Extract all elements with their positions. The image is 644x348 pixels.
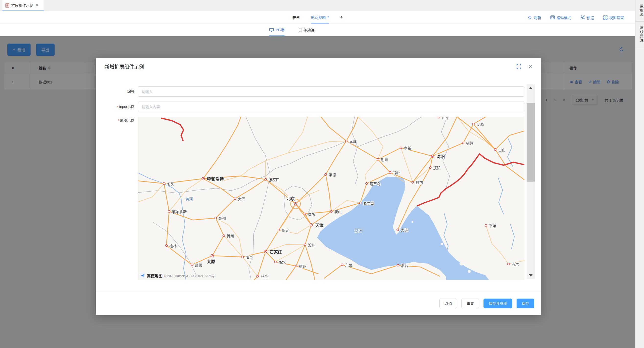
map-city-marker <box>438 117 440 118</box>
map-city-marker <box>278 229 280 231</box>
required-mark: * <box>117 105 118 109</box>
map-city-label: 大同 <box>238 197 245 201</box>
map-city-marker <box>325 174 327 175</box>
map-city-marker <box>304 244 306 246</box>
tab-title: 扩展组件示例 <box>11 3 33 8</box>
map-city-label: 铁岭 <box>466 141 474 145</box>
required-mark: * <box>118 118 119 123</box>
map-city-marker <box>163 182 165 184</box>
close-dialog-button[interactable]: × <box>528 63 532 70</box>
map-city-marker <box>494 149 496 151</box>
refresh-action[interactable]: 刷新 <box>528 15 541 20</box>
map-city-label: 榆林 <box>169 244 177 248</box>
view-settings-action[interactable]: 视图设置 <box>603 15 624 20</box>
chevron-down-icon: ▾ <box>328 15 329 19</box>
expand-icon <box>516 64 521 69</box>
map-city-label: 平壤 <box>489 224 496 228</box>
map-city-marker <box>234 198 236 200</box>
map-city-label: 忻州 <box>227 234 234 238</box>
map-copyright: © 2023 AutoNavi - GS(2021)6375号 <box>164 273 215 278</box>
map-city-label: 阳泉 <box>246 255 253 259</box>
app-window: 扩展组件示例 × 表单 默认视图 ▾ + 刷新 <box>0 0 644 348</box>
map-city-label: 大连 <box>401 228 408 232</box>
tab-default-view[interactable]: 默认视图 ▾ <box>311 11 329 23</box>
map-city-label: 辽源 <box>476 122 484 127</box>
map-city-label: 廊坊 <box>308 212 315 216</box>
map-city-label: 石家庄 <box>269 250 282 255</box>
form-row-input-demo: *input示例 <box>105 102 524 112</box>
map-city-label: 保定 <box>282 228 289 232</box>
scrollbar-thumb[interactable] <box>526 103 535 181</box>
map-island <box>468 270 471 273</box>
dialog-body: 编号 *input示例 *地图示例 包头呼和浩特张家口赤峰四平辽源铁岭白山阜新沈… <box>96 75 541 280</box>
map-city-label: 葫芦岛 <box>370 182 380 186</box>
map-city-label: 朝阳 <box>381 158 388 162</box>
tab-extension-component-demo[interactable]: 扩展组件示例 × <box>2 0 44 11</box>
map-city-label: 秦皇岛 <box>363 201 374 205</box>
map-city-marker <box>400 147 402 149</box>
triangle-down-icon <box>529 274 533 277</box>
reset-button[interactable]: 重置 <box>462 299 479 308</box>
scroll-down-button[interactable] <box>526 272 535 279</box>
right-rail: 数据源 离线资源 <box>635 0 644 348</box>
add-view-tab-button[interactable]: + <box>340 11 343 23</box>
map-city-label: 太原 <box>207 259 215 264</box>
tab-form[interactable]: 表单 <box>292 11 300 23</box>
map-island <box>460 262 464 266</box>
monitor-icon <box>269 28 274 31</box>
map-city-marker-dot <box>203 178 204 179</box>
map-road-minor <box>266 161 266 179</box>
map-city-marker <box>377 158 379 160</box>
map-canvas[interactable]: 包头呼和浩特张家口赤峰四平辽源铁岭白山阜新沈阳朝阳辽阳锦州承德葫芦岛盘锦大同北京… <box>138 117 524 280</box>
map-field[interactable]: 包头呼和浩特张家口赤峰四平辽源铁岭白山阜新沈阳朝阳辽阳锦州承德葫芦岛盘锦大同北京… <box>138 117 524 280</box>
number-input[interactable] <box>138 86 524 97</box>
form-row-map-demo: *地图示例 包头呼和浩特张家口赤峰四平辽源铁岭白山阜新沈阳朝阳辽阳锦州承德葫芦岛… <box>105 117 524 280</box>
scroll-up-button[interactable] <box>526 84 535 92</box>
input-demo-field[interactable] <box>138 102 524 112</box>
map-city-label: 吕梁 <box>195 263 202 267</box>
map-attribution: 高德地图 © 2023 AutoNavi - GS(2021)6375号 <box>140 273 215 279</box>
map-city-marker <box>359 202 361 204</box>
device-bar: PC端 移动端 <box>0 23 635 36</box>
add-record-dialog: 新增扩展组件示例 × 编号 *input示例 *地图示例 <box>96 58 541 315</box>
map-city-label: 唐山 <box>334 210 342 214</box>
map-city-marker <box>508 263 510 265</box>
tab-pc[interactable]: PC端 <box>269 23 284 36</box>
map-city-label: 首尔 <box>512 262 519 267</box>
cancel-button[interactable]: 取消 <box>440 299 457 308</box>
map-island <box>412 221 414 223</box>
code-mode-action[interactable]: 编码模式 <box>550 15 571 20</box>
map-city-label: 赤峰 <box>349 139 356 143</box>
rail-item-offline-resource[interactable]: 离线资源 <box>636 21 644 47</box>
dialog-scrollbar[interactable] <box>526 84 535 279</box>
save-and-continue-button[interactable]: 保存并继续 <box>484 299 512 308</box>
view-settings-icon <box>603 15 608 19</box>
map-city-marker <box>304 213 306 215</box>
save-button[interactable]: 保存 <box>516 299 534 308</box>
map-city-marker <box>168 210 170 212</box>
tab-close-icon[interactable]: × <box>36 3 38 8</box>
map-sea-label: 渤海 <box>354 229 362 233</box>
map-city-label: 衡水 <box>278 260 286 264</box>
tab-mobile[interactable]: 移动端 <box>299 23 314 36</box>
map-city-label: 锦州 <box>393 171 400 175</box>
dialog-footer: 取消 重置 保存并继续 保存 <box>96 291 541 315</box>
map-river-label: 黄河 <box>186 197 193 201</box>
triangle-up-icon <box>529 87 533 89</box>
map-city-marker <box>223 235 225 237</box>
map-city-marker <box>330 210 332 212</box>
map-city-marker <box>215 217 217 219</box>
map-city-marker <box>265 178 266 180</box>
map-island <box>440 243 443 245</box>
rail-item-datasource[interactable]: 数据源 <box>636 0 644 21</box>
maximize-button[interactable] <box>516 64 521 69</box>
map-city-label: 辽阳 <box>433 166 440 170</box>
map-city-marker <box>397 229 399 231</box>
map-city-marker <box>345 140 347 142</box>
map-island <box>455 253 458 255</box>
map-city-marker <box>366 182 368 184</box>
form-row-number: 编号 <box>105 86 524 97</box>
preview-action[interactable]: 预览 <box>580 15 594 20</box>
map-city-marker-dot <box>265 251 266 252</box>
map-city-label: 天津 <box>315 223 324 228</box>
